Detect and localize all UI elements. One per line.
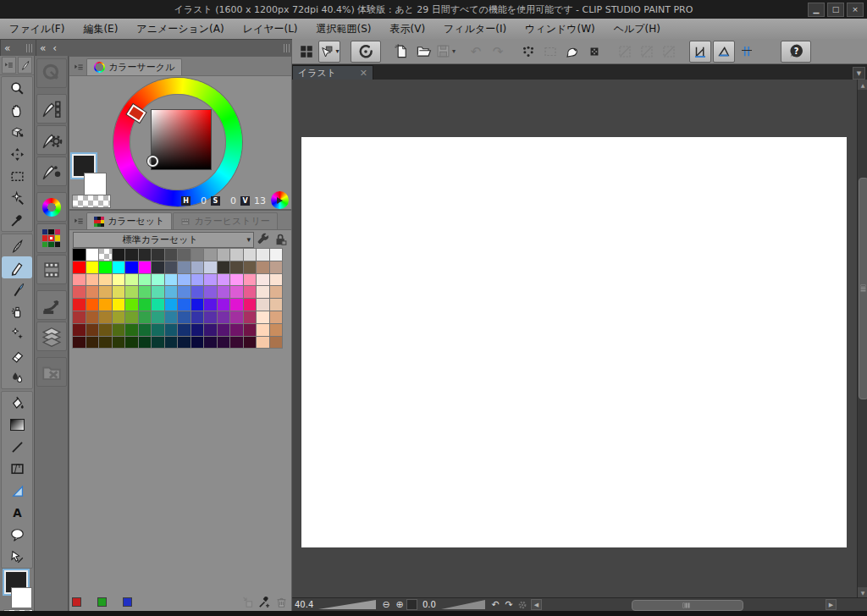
new-file-button[interactable] [391,41,411,62]
color-swatch[interactable] [218,337,230,349]
replace-color-icon[interactable] [240,595,255,609]
sv-marker[interactable] [147,156,158,167]
snap-to-grid-button[interactable] [737,41,757,62]
brush-tool[interactable] [2,278,32,300]
menu-item-6[interactable]: フィルター(I) [434,19,516,39]
color-swatch[interactable] [86,311,99,323]
transparent-color-swatch[interactable] [72,195,111,208]
menu-item-5[interactable]: 表示(V) [381,19,435,39]
color-swatch[interactable] [73,311,86,323]
color-swatch[interactable] [218,286,230,298]
color-swatch[interactable] [191,311,204,323]
color-swatch[interactable] [204,337,217,349]
minimize-button[interactable]: ▁ [808,3,825,17]
tool-palette-menu-icon[interactable] [2,57,16,74]
transform-selection-button[interactable] [584,41,605,62]
color-swatch[interactable] [191,324,204,336]
tab-color-history[interactable]: カラーヒストリー [173,212,278,229]
move-tool[interactable] [2,99,32,121]
pen-tool[interactable] [2,234,32,256]
color-swatch[interactable] [257,337,269,349]
color-swatch[interactable] [73,274,86,286]
color-swatch[interactable] [218,274,230,286]
color-swatch[interactable] [204,274,217,286]
ruler-tool[interactable] [2,480,32,502]
color-swatch[interactable] [204,261,217,273]
brush-size-palette-button[interactable] [36,157,67,186]
color-swatch[interactable] [257,299,269,311]
color-swatch[interactable] [218,261,230,273]
chevron-down-icon[interactable]: ▾ [452,47,456,55]
color-swatch[interactable] [244,311,257,323]
color-swatch[interactable] [178,249,191,261]
color-set-lock-icon[interactable] [273,233,288,247]
color-swatch[interactable] [165,324,178,336]
zoom-out-icon[interactable]: ⊖ [379,599,393,610]
palette-dock-grip[interactable] [284,44,290,52]
color-swatch[interactable] [230,337,243,349]
color-swatch[interactable] [230,324,243,336]
tool-palette-grip[interactable] [26,44,32,52]
color-swatch[interactable] [270,337,283,349]
color-swatch[interactable] [86,286,99,298]
color-swatch[interactable] [86,261,99,273]
menu-item-2[interactable]: アニメーション(A) [127,19,233,39]
eraser-tool[interactable] [2,344,32,366]
color-swatch[interactable] [125,249,138,261]
workspace-grid-button[interactable] [296,41,317,62]
color-swatch[interactable] [270,261,283,273]
layer-move-tool[interactable] [2,143,32,165]
color-swatch[interactable] [73,299,86,311]
delete-color-trash-icon[interactable] [274,595,289,609]
color-swatch[interactable] [230,311,243,323]
color-swatch[interactable] [165,261,178,273]
color-swatch[interactable] [73,249,86,261]
color-swatch[interactable] [73,286,86,298]
color-wheel-panel-menu-icon[interactable] [71,60,86,74]
color-swatch[interactable] [139,261,152,273]
menu-item-4[interactable]: 選択範囲(S) [307,19,381,39]
color-swatch[interactable] [86,337,99,349]
menu-item-7[interactable]: ウィンドウ(W) [516,19,605,39]
rotation-slider[interactable] [441,600,485,609]
scroll-left-icon[interactable]: ◀ [531,599,542,610]
color-swatch[interactable] [152,311,164,323]
correct-line-tool[interactable] [2,546,32,568]
tool-launcher-button[interactable]: ▾ [318,41,340,63]
color-set-dropdown[interactable]: 標準カラーセット ▾ [73,232,254,248]
zoom-percent-value[interactable]: 40.4 [295,600,317,609]
color-swatch[interactable] [257,261,269,273]
color-swatch[interactable] [257,311,269,323]
color-swatch[interactable] [257,286,269,298]
color-swatch[interactable] [230,274,243,286]
fit-to-window-icon[interactable] [406,599,417,610]
color-swatch[interactable] [165,286,178,298]
layer-property-palette-button[interactable] [36,357,67,387]
color-swatch[interactable] [139,324,152,336]
horizontal-scroll-thumb[interactable] [632,600,743,611]
color-swatch[interactable] [99,286,112,298]
sub-color-swatch[interactable] [11,587,32,608]
color-swatch[interactable] [73,324,86,336]
color-swatch[interactable] [99,249,112,261]
canvas-tab[interactable]: イラスト ✕ [292,65,373,80]
figure-tool[interactable] [2,436,32,458]
color-swatch[interactable] [204,311,217,323]
color-swatch[interactable] [125,324,138,336]
color-swatch[interactable] [257,324,269,336]
color-swatch[interactable] [178,311,191,323]
auto-select-tool[interactable] [2,187,32,209]
rotate-cw-icon[interactable]: ↷ [502,599,516,610]
menu-item-8[interactable]: ヘルプ(H) [605,19,670,39]
color-swatch[interactable] [86,249,99,261]
color-swatch[interactable] [152,274,164,286]
color-swatch[interactable] [152,249,164,261]
color-swatch[interactable] [178,274,191,286]
color-swatch[interactable] [178,324,191,336]
fill-tool[interactable] [2,392,32,414]
text-tool[interactable]: A [2,502,32,524]
subtool-palette-button[interactable] [36,94,67,124]
color-swatch[interactable] [125,299,138,311]
snap-to-special-ruler-button[interactable] [713,41,735,63]
decoration-tool[interactable] [2,322,32,344]
